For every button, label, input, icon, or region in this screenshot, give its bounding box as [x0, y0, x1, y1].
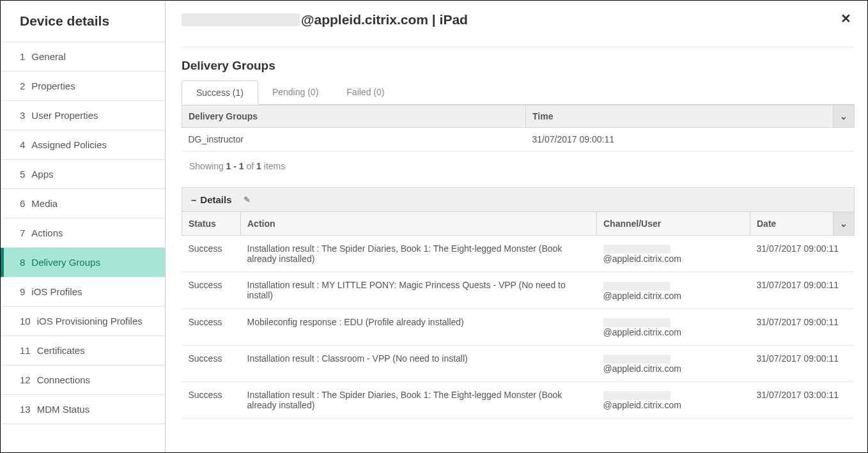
- page-title: @appleid.citrix.com | iPad: [182, 12, 468, 27]
- detail-channel: @appleid.citrix.com: [597, 309, 750, 345]
- sidebar-item-ios-provisioning-profiles[interactable]: 10 iOS Provisioning Profiles: [1, 307, 165, 336]
- sidebar-item-connections[interactable]: 12 Connections: [1, 365, 165, 395]
- detail-status: Success: [182, 309, 241, 345]
- channel-suffix: @appleid.citrix.com: [603, 254, 681, 264]
- sidebar-item-number: 13: [20, 404, 31, 415]
- collapse-icon: –: [191, 194, 196, 205]
- detail-channel: @appleid.citrix.com: [597, 236, 750, 272]
- sidebar-item-mdm-status[interactable]: 13 MDM Status: [1, 395, 165, 424]
- sidebar-item-number: 6: [20, 198, 25, 209]
- detail-date: 31/07/2017 09:00:11: [750, 345, 855, 381]
- table-row[interactable]: Success Installation result : MY LITTLE …: [182, 272, 855, 309]
- edit-icon[interactable]: ✎: [244, 195, 251, 204]
- table-row[interactable]: DG_instructor 31/07/2017 09:00:11: [182, 128, 855, 151]
- details-header[interactable]: – Details ✎: [182, 187, 855, 212]
- sidebar-item-apps[interactable]: 5 Apps: [1, 160, 165, 189]
- detail-action: Installation result : Classroom - VPP (N…: [241, 345, 597, 381]
- page-title-suffix: @appleid.citrix.com | iPad: [301, 12, 468, 27]
- delivery-groups-table: Delivery Groups Time ⌄ DG_instructor 31/…: [182, 105, 855, 151]
- detail-status: Success: [182, 272, 241, 309]
- sidebar-item-label: Properties: [31, 81, 75, 91]
- sidebar-item-label: General: [31, 51, 65, 62]
- sidebar: Device details 1 General 2 Properties 3 …: [1, 1, 166, 452]
- table-row[interactable]: Success Installation result : The Spider…: [182, 382, 855, 418]
- sidebar-item-actions[interactable]: 7 Actions: [1, 219, 165, 248]
- detail-channel: @appleid.citrix.com: [597, 382, 750, 418]
- sidebar-item-number: 1: [20, 51, 25, 62]
- pagination-range: 1 - 1: [226, 161, 244, 171]
- detail-date: 31/07/2017 03:00:11: [750, 382, 855, 418]
- sidebar-item-label: Actions: [31, 227, 63, 238]
- sidebar-item-user-properties[interactable]: 3 User Properties: [1, 101, 165, 130]
- sidebar-item-number: 5: [20, 169, 25, 180]
- separator: [182, 47, 855, 47]
- sidebar-item-number: 12: [20, 374, 31, 385]
- sidebar-item-delivery-groups[interactable]: 8 Delivery Groups: [1, 248, 165, 277]
- sidebar-item-media[interactable]: 6 Media: [1, 189, 165, 219]
- section-title: Delivery Groups: [182, 59, 855, 73]
- sidebar-item-label: Apps: [31, 169, 53, 180]
- sidebar-item-label: Certificates: [37, 345, 85, 356]
- sidebar-item-ios-profiles[interactable]: 9 iOS Profiles: [1, 277, 165, 307]
- table-row[interactable]: Success Installation result : The Spider…: [182, 236, 855, 272]
- detail-date: 31/07/2017 09:00:11: [750, 236, 855, 272]
- chevron-down-icon: ⌄: [840, 219, 848, 229]
- sidebar-item-number: 2: [20, 81, 25, 91]
- details-header-action[interactable]: Action: [241, 212, 597, 236]
- redacted-user: [603, 282, 670, 291]
- tab-failed[interactable]: Failed (0): [332, 81, 398, 104]
- pagination-suffix: items: [261, 161, 285, 171]
- tabs: Success (1) Pending (0) Failed (0): [182, 81, 855, 105]
- redacted-user: [603, 355, 670, 364]
- table-row[interactable]: Success Installation result : Classroom …: [182, 345, 855, 381]
- detail-action: Installation result : The Spider Diaries…: [241, 382, 597, 418]
- sidebar-item-certificates[interactable]: 11 Certificates: [1, 336, 165, 365]
- sidebar-item-general[interactable]: 1 General: [1, 42, 165, 72]
- details-header-status[interactable]: Status: [182, 212, 241, 236]
- sidebar-item-assigned-policies[interactable]: 4 Assigned Policies: [1, 130, 165, 160]
- redacted-user: [603, 318, 670, 327]
- sidebar-item-number: 9: [20, 286, 25, 297]
- channel-suffix: @appleid.citrix.com: [603, 364, 681, 374]
- detail-status: Success: [182, 345, 241, 381]
- detail-status: Success: [182, 382, 241, 418]
- details-header-channel[interactable]: Channel/User: [597, 212, 750, 236]
- sidebar-item-label: iOS Provisioning Profiles: [37, 316, 143, 326]
- detail-date: 31/07/2017 09:00:11: [750, 309, 855, 345]
- sidebar-item-number: 11: [20, 345, 31, 356]
- sidebar-item-label: Connections: [37, 374, 90, 385]
- tab-pending[interactable]: Pending (0): [258, 81, 332, 104]
- detail-action: Installation result : MY LITTLE PONY: Ma…: [241, 272, 597, 309]
- sidebar-item-number: 7: [20, 227, 25, 238]
- pagination-mid: of: [244, 161, 256, 171]
- details-table: Status Action Channel/User Date ⌄ Succes…: [182, 212, 855, 418]
- detail-date: 31/07/2017 09:00:11: [750, 272, 855, 309]
- sidebar-item-properties[interactable]: 2 Properties: [1, 72, 165, 101]
- sidebar-title: Device details: [1, 1, 165, 42]
- sidebar-item-label: MDM Status: [37, 404, 90, 415]
- pagination-total: 1: [256, 161, 261, 171]
- redacted-user: [603, 391, 670, 400]
- close-icon[interactable]: ✕: [837, 12, 855, 25]
- dg-name: DG_instructor: [182, 128, 526, 151]
- sidebar-item-label: Assigned Policies: [31, 139, 107, 150]
- details-header-expand[interactable]: ⌄: [833, 212, 855, 236]
- header-row: @appleid.citrix.com | iPad ✕: [182, 12, 855, 27]
- sidebar-item-number: 4: [20, 139, 25, 150]
- redacted-user: [182, 13, 300, 26]
- dg-header-groups[interactable]: Delivery Groups: [182, 105, 526, 128]
- main-content: @appleid.citrix.com | iPad ✕ Delivery Gr…: [166, 1, 867, 452]
- detail-channel: @appleid.citrix.com: [597, 272, 750, 309]
- chevron-down-icon: ⌄: [840, 111, 848, 121]
- sidebar-item-label: iOS Profiles: [31, 286, 82, 297]
- tab-success[interactable]: Success (1): [182, 81, 258, 105]
- sidebar-item-number: 3: [20, 110, 25, 121]
- dg-header-expand[interactable]: ⌄: [833, 105, 855, 128]
- dg-header-time[interactable]: Time: [526, 105, 833, 128]
- sidebar-item-number: 8: [20, 257, 25, 268]
- table-row[interactable]: Success Mobileconfig response : EDU (Pro…: [182, 309, 855, 345]
- details-header-date[interactable]: Date: [750, 212, 833, 236]
- detail-action: Installation result : The Spider Diaries…: [241, 236, 597, 272]
- sidebar-item-label: User Properties: [31, 110, 98, 121]
- channel-suffix: @appleid.citrix.com: [603, 400, 681, 410]
